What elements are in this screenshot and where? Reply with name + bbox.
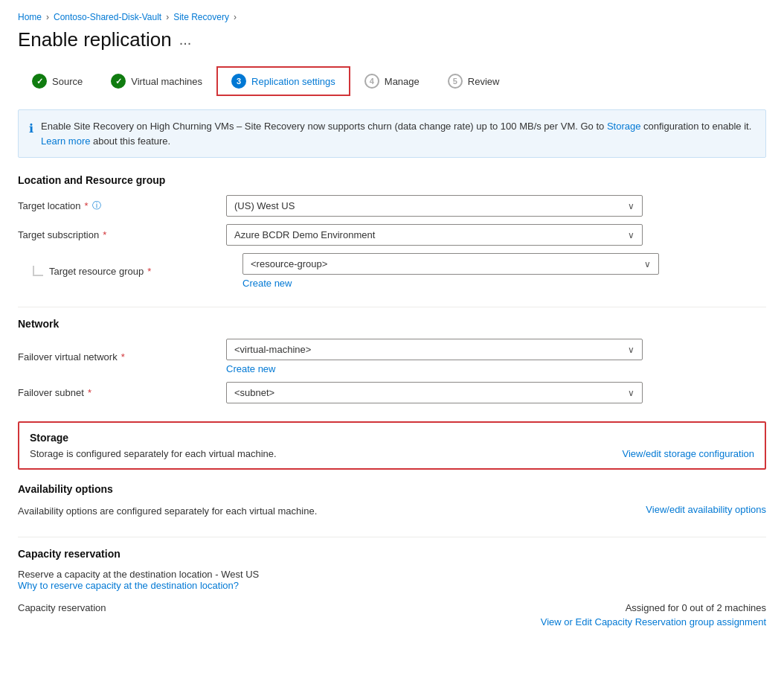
target-location-label: Target location * ⓘ xyxy=(18,199,226,212)
chevron-down-icon-2: ∨ xyxy=(628,230,634,240)
divider-2 xyxy=(18,537,766,537)
section-storage: Storage Storage is configured separately… xyxy=(18,421,766,470)
failover-subnet-row: Failover subnet * <subnet> ∨ xyxy=(18,382,766,403)
info-icon: ℹ xyxy=(29,120,33,148)
tab-vms-icon: ✓ xyxy=(111,74,126,89)
chevron-down-icon-3: ∨ xyxy=(644,259,651,269)
tab-vms-label: Virtual machines xyxy=(131,76,202,87)
failover-vnet-control: <virtual-machine> ∨ Create new xyxy=(226,339,643,374)
page-title-row: Enable replication ... xyxy=(18,28,766,51)
availability-description: Availability options are configured sepa… xyxy=(18,504,631,519)
tab-replication-settings[interactable]: 3 Replication settings xyxy=(216,66,350,96)
create-new-resource-group-link[interactable]: Create new xyxy=(242,278,659,289)
failover-vnet-dropdown[interactable]: <virtual-machine> ∨ xyxy=(226,339,643,360)
why-reserve-link[interactable]: Why to reserve capacity at the destinati… xyxy=(18,580,766,591)
tab-manage-icon: 4 xyxy=(364,74,379,89)
storage-description: Storage is configured separately for eac… xyxy=(30,448,607,459)
failover-subnet-dropdown[interactable]: <subnet> ∨ xyxy=(226,382,643,403)
failover-subnet-control: <subnet> ∨ xyxy=(226,382,643,403)
section-location-title: Location and Resource group xyxy=(18,174,766,186)
target-resource-group-value: <resource-group> xyxy=(251,258,327,269)
breadcrumb-vault[interactable]: Contoso-Shared-Disk-Vault xyxy=(54,12,161,22)
target-resource-group-dropdown[interactable]: <resource-group> ∨ xyxy=(242,253,659,275)
learn-more-link[interactable]: Learn more xyxy=(41,135,90,147)
chevron-down-icon-4: ∨ xyxy=(628,345,634,355)
tab-source-label: Source xyxy=(52,76,83,87)
target-location-row: Target location * ⓘ (US) West US ∨ xyxy=(18,195,766,217)
target-subscription-row: Target subscription * Azure BCDR Demo En… xyxy=(18,224,766,246)
page-title: Enable replication xyxy=(18,28,172,51)
tab-replication-label: Replication settings xyxy=(251,76,335,87)
chevron-down-icon-5: ∨ xyxy=(628,388,634,398)
capacity-assigned: Assigned for 0 out of 2 machines xyxy=(541,602,766,613)
required-star-3: * xyxy=(147,266,151,277)
capacity-reservation-title: Capacity reservation xyxy=(18,548,766,560)
target-location-value: (US) West US xyxy=(234,200,295,211)
more-options-button[interactable]: ... xyxy=(179,31,192,48)
create-new-vnet-link[interactable]: Create new xyxy=(226,363,643,374)
target-subscription-label: Target subscription * xyxy=(18,229,226,240)
availability-content-row: Availability options are configured sepa… xyxy=(18,504,766,519)
storage-section-title: Storage xyxy=(30,432,754,444)
wizard-tabs: ✓ Source ✓ Virtual machines 3 Replicatio… xyxy=(18,66,766,96)
required-star-4: * xyxy=(121,351,125,363)
failover-vnet-value: <virtual-machine> xyxy=(234,344,311,355)
divider-1 xyxy=(18,307,766,307)
tab-source-icon: ✓ xyxy=(32,74,47,89)
section-network-title: Network xyxy=(18,318,766,330)
tab-manage[interactable]: 4 Manage xyxy=(350,67,434,95)
target-location-dropdown[interactable]: (US) West US ∨ xyxy=(226,195,643,217)
target-resource-group-label: Target resource group * xyxy=(49,266,242,277)
view-edit-availability-link[interactable]: View/edit availability options xyxy=(631,504,766,515)
section-capacity-reservation: Capacity reservation Reserve a capacity … xyxy=(18,548,766,627)
breadcrumb-site-recovery[interactable]: Site Recovery xyxy=(173,12,229,22)
failover-subnet-value: <subnet> xyxy=(234,387,274,398)
required-star-2: * xyxy=(103,229,106,240)
tab-source[interactable]: ✓ Source xyxy=(18,67,97,95)
capacity-description: Reserve a capacity at the destination lo… xyxy=(18,569,766,580)
tab-review-label: Review xyxy=(468,76,500,87)
info-banner-text: Enable Site Recovery on High Churning VM… xyxy=(41,119,755,148)
availability-title: Availability options xyxy=(18,483,766,495)
view-edit-storage-link[interactable]: View/edit storage configuration xyxy=(622,448,754,459)
target-subscription-dropdown[interactable]: Azure BCDR Demo Environment ∨ xyxy=(226,224,643,246)
info-banner: ℹ Enable Site Recovery on High Churning … xyxy=(18,109,766,158)
sub-indicator-icon xyxy=(33,266,43,276)
capacity-right: Assigned for 0 out of 2 machines View or… xyxy=(541,602,766,627)
breadcrumb-home[interactable]: Home xyxy=(18,12,42,22)
tab-review-icon: 5 xyxy=(448,74,463,89)
capacity-label: Capacity reservation xyxy=(18,602,106,613)
failover-subnet-label: Failover subnet * xyxy=(18,387,226,398)
required-star-5: * xyxy=(88,387,91,398)
storage-content-row: Storage is configured separately for eac… xyxy=(30,448,754,459)
storage-config-link[interactable]: Storage xyxy=(607,121,641,132)
target-resource-group-control: <resource-group> ∨ Create new xyxy=(242,253,659,289)
info-tip-icon: ⓘ xyxy=(92,199,101,212)
chevron-down-icon: ∨ xyxy=(628,201,634,211)
capacity-reservation-row: Capacity reservation Assigned for 0 out … xyxy=(18,602,766,627)
target-resource-group-row: Target resource group * <resource-group>… xyxy=(18,253,766,289)
failover-vnet-label: Failover virtual network * xyxy=(18,351,226,363)
target-subscription-control: Azure BCDR Demo Environment ∨ xyxy=(226,224,643,246)
tab-review[interactable]: 5 Review xyxy=(434,67,514,95)
target-subscription-value: Azure BCDR Demo Environment xyxy=(234,229,375,240)
view-edit-capacity-link[interactable]: View or Edit Capacity Reservation group … xyxy=(541,616,766,627)
failover-vnet-row: Failover virtual network * <virtual-mach… xyxy=(18,339,766,374)
target-location-control: (US) West US ∨ xyxy=(226,195,643,217)
tab-virtual-machines[interactable]: ✓ Virtual machines xyxy=(97,67,216,95)
section-availability-options: Availability options Availability option… xyxy=(18,483,766,519)
breadcrumb: Home › Contoso-Shared-Disk-Vault › Site … xyxy=(18,12,766,22)
section-network: Network Failover virtual network * <virt… xyxy=(18,318,766,403)
required-star: * xyxy=(85,200,89,211)
section-location-resource-group: Location and Resource group Target locat… xyxy=(18,174,766,289)
tab-manage-label: Manage xyxy=(385,76,420,87)
tab-replication-icon: 3 xyxy=(231,74,246,89)
